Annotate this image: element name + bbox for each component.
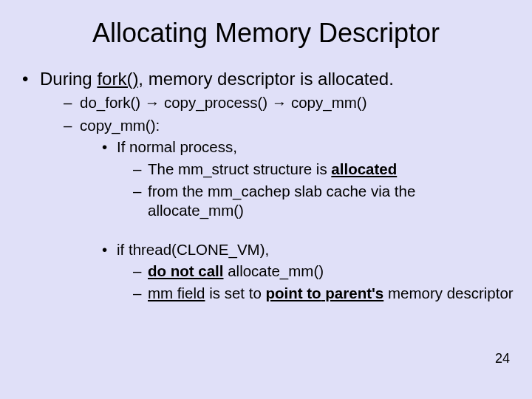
text: memory descriptor is allocated. [143,69,394,89]
underline: mm field [148,284,205,301]
bold-underline: point to [266,284,321,301]
text: copy_mm() [287,94,366,111]
underline-fork: fork(), [97,69,143,89]
text: copy_process() [160,94,272,111]
text: memory descriptor [383,284,513,301]
arrow-icon: → [272,94,287,111]
bold-underline: allocated [331,160,397,177]
text: The mm_struct structure is [148,160,331,177]
sub-4b: from the mm_cachep slab cache via the al… [132,182,514,221]
text: is set to [205,284,265,301]
slide: Allocating Memory Descriptor During fork… [0,0,532,399]
sub-3: If normal process, The mm_struct structu… [98,137,514,221]
text: allocate_mm() [148,202,244,219]
arrow-icon: → [145,94,160,111]
sub-2: copy_mm(): If normal process, The mm_str… [61,116,514,304]
sublist: The mm_struct structure is allocated fro… [132,160,514,221]
sublist: do not call allocate_mm() mm field is se… [132,262,514,303]
spacer [80,223,514,238]
text: allocate_mm() [224,262,324,279]
page-number: 24 [495,351,510,366]
text: During [40,69,97,89]
sublist: do_fork() → copy_process() → copy_mm() c… [61,93,514,304]
text: from the mm_cachep slab cache via the [148,183,415,200]
text: do_fork() [80,94,145,111]
sub-1: do_fork() → copy_process() → copy_mm() [61,93,514,113]
text: if thread(CLONE_VM), [117,241,269,258]
text: copy_mm(): [80,117,160,134]
bold-underline: do not call [148,262,224,279]
sub-4c: do not call allocate_mm() [132,262,514,282]
bullet-1: During fork(), memory descriptor is allo… [18,68,514,304]
sublist: if thread(CLONE_VM), do not call allocat… [98,240,514,304]
bullet-list: During fork(), memory descriptor is allo… [18,68,514,304]
sublist: If normal process, The mm_struct structu… [98,137,514,221]
slide-title: Allocating Memory Descriptor [18,18,514,49]
bold-underline: parent's [321,284,384,301]
sub-4d: mm field is set to point to parent's mem… [132,284,514,304]
sub-4a: The mm_struct structure is allocated [132,160,514,180]
text: If normal process, [117,138,237,155]
sub-3b: if thread(CLONE_VM), do not call allocat… [98,240,514,304]
